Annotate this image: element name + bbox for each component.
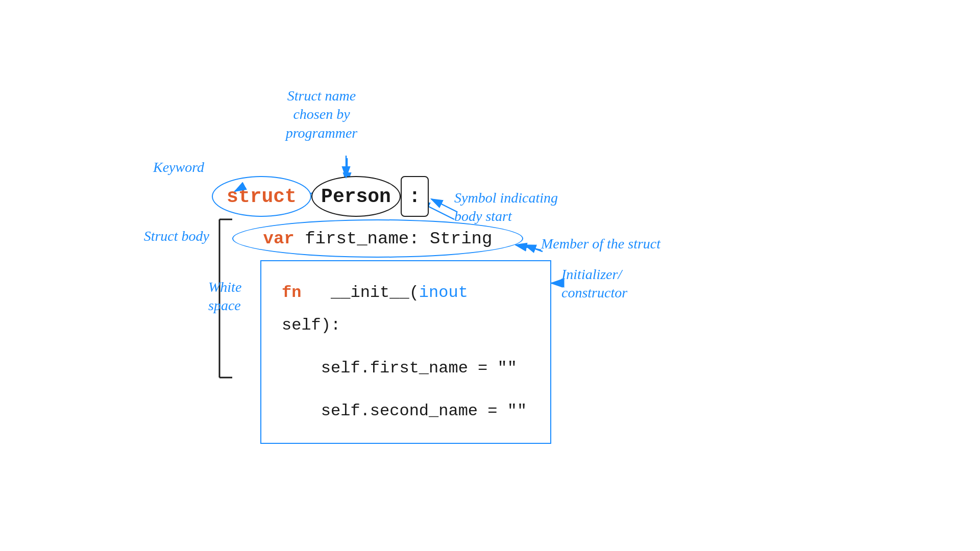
member-annotation: Member of the struct (541, 235, 664, 253)
var-oval: var first_name: String (232, 219, 523, 258)
initializer-annotation: Initializer/ constructor (561, 265, 669, 303)
fn-keyword: fn (282, 283, 301, 302)
person-name: Person (321, 186, 391, 208)
colon-box: : (401, 176, 429, 217)
struct-oval: struct (212, 176, 311, 217)
var-line: var first_name: String (263, 229, 493, 248)
self-first-line: self.first_name = "" (282, 352, 530, 385)
code-block: fn __init__(inout self): self.first_name… (260, 260, 551, 444)
struct-keyword: struct (227, 186, 297, 208)
var-keyword: var (263, 229, 295, 248)
person-oval: Person (311, 176, 401, 217)
colon-symbol: : (409, 186, 421, 208)
diagram-container: Struct name chosen by programmer Keyword… (0, 0, 980, 551)
self-second-line: self.second_name = "" (282, 395, 530, 428)
inout-keyword: inout (419, 283, 468, 302)
symbol-annotation: Symbol indicating body start (454, 189, 582, 226)
svg-line-5 (516, 245, 541, 250)
keyword-annotation: Keyword (153, 158, 245, 177)
struct-body-annotation: Struct body (143, 227, 209, 245)
fn-line: fn __init__(inout self): (282, 277, 530, 342)
struct-name-annotation: Struct name chosen by programmer (271, 87, 373, 142)
